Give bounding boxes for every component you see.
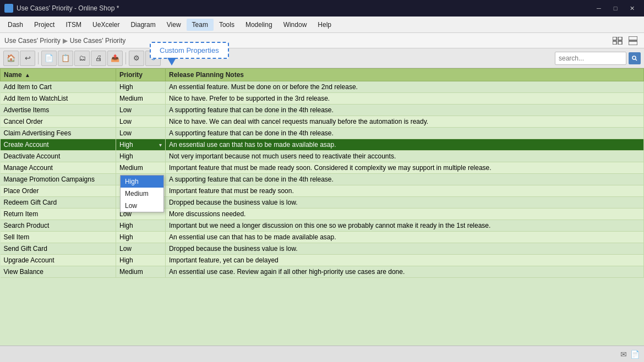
menu-help[interactable]: Help	[312, 19, 337, 31]
breadcrumb-grid-icon[interactable]	[611, 35, 624, 47]
dropdown-arrow-icon: ▾	[159, 142, 162, 148]
cell-priority[interactable]: High	[116, 151, 166, 162]
maximize-button[interactable]: □	[608, 2, 623, 14]
menu-view[interactable]: View	[161, 19, 187, 31]
menu-team[interactable]: Team	[187, 19, 214, 31]
cell-notes: Nice to have. Prefer to be supported in …	[166, 93, 644, 105]
breadcrumb-bar: Use Cases' Priority ▶ Use Cases' Priorit…	[0, 33, 644, 48]
cell-notes: An essential use can that has to be made…	[166, 232, 644, 243]
search-input[interactable]	[555, 52, 626, 65]
priority-dropdown-menu[interactable]: High Medium Low	[120, 175, 164, 212]
close-button[interactable]: ✕	[624, 2, 640, 14]
tool-home-button[interactable]: 🏠	[3, 51, 19, 66]
cell-notes: A supporting feature that can be done in…	[166, 105, 644, 116]
tool-doc-button[interactable]: 📄	[41, 51, 57, 66]
cell-notes: Important feature that must be ready soo…	[166, 185, 644, 197]
table-row[interactable]: Place OrderHighImportant feature that mu…	[1, 185, 644, 197]
minimize-button[interactable]: ─	[591, 2, 607, 14]
col-priority[interactable]: Priority	[116, 69, 166, 81]
breadcrumb-right	[611, 35, 640, 47]
table-row[interactable]: Deactivate AccountHighNot very important…	[1, 151, 644, 162]
cell-priority[interactable]: Medium	[116, 162, 166, 174]
table-row[interactable]: Advertise ItemsLowA supporting feature t…	[1, 105, 644, 116]
breadcrumb-item-1[interactable]: Use Cases' Priority	[4, 37, 61, 45]
cell-name: Manage Account	[1, 162, 116, 174]
custom-properties-tooltip: Custom Properties	[150, 42, 229, 59]
main-content: Name ▲ Priority Release Planning Notes A…	[0, 68, 644, 345]
cell-notes: Important feature that must be made read…	[166, 162, 644, 174]
table-row[interactable]: Manage Promotion CampaignsLowA supportin…	[1, 174, 644, 185]
svg-rect-4	[629, 36, 637, 40]
breadcrumb-item-2[interactable]: Use Cases' Priority	[70, 37, 126, 45]
tool-back-button[interactable]: ↩	[20, 51, 35, 66]
cell-priority[interactable]: Low	[116, 243, 166, 255]
menu-uexceler[interactable]: UeXceler	[87, 19, 125, 31]
cell-priority[interactable]: Medium	[116, 93, 166, 105]
table-row[interactable]: Manage AccountMediumImportant feature th…	[1, 162, 644, 174]
cell-notes: Important feature, yet can be delayed	[166, 255, 644, 266]
search-button[interactable]	[629, 52, 641, 64]
menu-bar: Dash Project ITSM UeXceler Diagram View …	[0, 17, 644, 33]
cell-priority[interactable]: Low	[116, 128, 166, 139]
title-bar: Use Cases' Priority - Online Shop * ─ □ …	[0, 0, 644, 17]
title-bar-left: Use Cases' Priority - Online Shop *	[4, 4, 119, 13]
table-row[interactable]: Cancel OrderLowNice to have. We can deal…	[1, 116, 644, 128]
cell-name: Advertise Items	[1, 105, 116, 116]
cell-name: Search Product	[1, 220, 116, 232]
cell-priority[interactable]: Medium	[116, 266, 166, 278]
cell-priority[interactable]: High	[116, 255, 166, 266]
dropdown-option-high[interactable]: High	[121, 175, 163, 188]
cell-priority[interactable]: Low	[116, 105, 166, 116]
cell-priority[interactable]: High	[116, 81, 166, 93]
table-row[interactable]: Claim Advertising FeesLowA supporting fe…	[1, 128, 644, 139]
table-row[interactable]: Create AccountHigh ▾An essential use can…	[1, 139, 644, 151]
table-row[interactable]: View BalanceMediumAn essential use case.…	[1, 266, 644, 278]
toolbar-separator-1	[38, 52, 39, 64]
col-name[interactable]: Name ▲	[1, 69, 116, 81]
cell-name: View Balance	[1, 266, 116, 278]
tool-open-button[interactable]: 🗂	[74, 51, 90, 66]
cell-name: Return Item	[1, 209, 116, 220]
tool-new-button[interactable]: 📋	[58, 51, 73, 66]
svg-line-7	[636, 59, 637, 61]
dropdown-option-medium[interactable]: Medium	[121, 188, 163, 200]
cell-priority[interactable]: High	[116, 232, 166, 243]
cell-name: Send Gift Card	[1, 243, 116, 255]
table-row[interactable]: Add Item to CartHighAn essential feature…	[1, 81, 644, 93]
table-row[interactable]: Upgrade AccountHighImportant feature, ye…	[1, 255, 644, 266]
table-row[interactable]: Return ItemLowMore discussions needed.	[1, 209, 644, 220]
table-row[interactable]: Redeem Gift CardLowDropped because the b…	[1, 197, 644, 209]
col-notes[interactable]: Release Planning Notes	[166, 69, 644, 81]
cell-notes: A supporting feature that can be done in…	[166, 128, 644, 139]
table-row[interactable]: Add Item to WatchListMediumNice to have.…	[1, 93, 644, 105]
svg-rect-0	[613, 37, 616, 40]
cell-priority[interactable]: High	[116, 220, 166, 232]
breadcrumb-layout-icon[interactable]	[626, 35, 640, 47]
menu-modeling[interactable]: Modeling	[240, 19, 278, 31]
table-row[interactable]: Send Gift CardLowDropped because the bus…	[1, 243, 644, 255]
cell-notes: Important but we need a longer discussio…	[166, 220, 644, 232]
menu-dash[interactable]: Dash	[2, 19, 29, 31]
table-row[interactable]: Sell ItemHighAn essential use can that h…	[1, 232, 644, 243]
toolbar-separator-2	[125, 52, 126, 64]
cell-name: Add Item to WatchList	[1, 93, 116, 105]
dropdown-option-low[interactable]: Low	[121, 200, 163, 212]
cell-priority[interactable]: High ▾	[116, 139, 166, 151]
menu-window[interactable]: Window	[278, 19, 313, 31]
tool-export-button[interactable]: 📤	[107, 51, 123, 66]
menu-diagram[interactable]: Diagram	[125, 19, 161, 31]
menu-tools[interactable]: Tools	[214, 19, 240, 31]
title-bar-controls: ─ □ ✕	[591, 2, 640, 14]
title-bar-title: Use Cases' Priority - Online Shop *	[17, 4, 119, 12]
toolbar: 🏠 ↩ 📄 📋 🗂 🖨 📤 ⚙ ↻	[0, 48, 644, 68]
svg-point-6	[632, 56, 636, 59]
tool-settings-button[interactable]: ⚙	[129, 51, 144, 66]
cell-priority[interactable]: Low	[116, 116, 166, 128]
cell-name: Manage Promotion Campaigns	[1, 174, 116, 185]
menu-itsm[interactable]: ITSM	[60, 19, 87, 31]
cell-notes: An essential use can that has to be made…	[166, 139, 644, 151]
menu-project[interactable]: Project	[29, 19, 60, 31]
cell-name: Redeem Gift Card	[1, 197, 116, 209]
tool-print-button[interactable]: 🖨	[91, 51, 106, 66]
table-row[interactable]: Search ProductHighImportant but we need …	[1, 220, 644, 232]
